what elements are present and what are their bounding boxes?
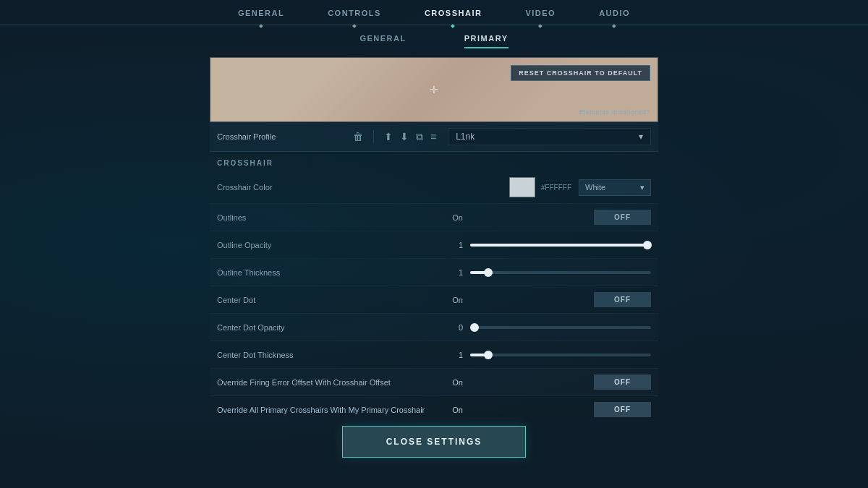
override-all-primary-off-button[interactable]: Off (594, 402, 651, 417)
crosshair-preview: ✛ RESET CROSSHAIR TO DEFAULT Elements mi… (210, 57, 658, 122)
override-all-primary-on-label: On (434, 406, 463, 414)
outline-thickness-value: 1 (434, 268, 463, 277)
outline-thickness-thumb (484, 268, 493, 277)
outline-opacity-value: 1 (434, 241, 463, 249)
export-profile-button[interactable]: ⬇ (400, 131, 409, 142)
settings-panel: Crosshair Profile 🗑 ⬆ ⬇ ⧉ ≡ L1nk ▾ CROSS… (210, 122, 658, 417)
outlines-control: Off (470, 210, 651, 225)
center-dot-thickness-value: 1 (434, 351, 463, 359)
outlines-label: Outlines (217, 213, 434, 222)
override-all-primary-toggle: Off (594, 402, 651, 417)
nav-video[interactable]: VIDEO (525, 9, 556, 25)
override-firing-error-off-button[interactable]: Off (594, 374, 651, 390)
delete-profile-button[interactable]: 🗑 (353, 131, 363, 142)
outline-opacity-thumb (643, 241, 652, 249)
setting-outline-opacity: Outline Opacity 1 (210, 231, 658, 259)
main-content: ✛ RESET CROSSHAIR TO DEFAULT Elements mi… (0, 57, 868, 463)
profile-row: Crosshair Profile 🗑 ⬆ ⬇ ⧉ ≡ L1nk ▾ (210, 122, 658, 152)
settings-body[interactable]: Crosshair Color #FFFFFF White ▾ Outlines… (210, 171, 658, 417)
center-dot-thickness-control (470, 354, 651, 356)
center-dot-opacity-value: 0 (434, 323, 463, 332)
crosshair-color-label: Crosshair Color (217, 183, 434, 192)
top-navigation: GENERAL CONTROLS CROSSHAIR VIDEO AUDIO (0, 0, 868, 25)
center-dot-opacity-control (470, 326, 651, 329)
color-dropdown-arrow-icon: ▾ (640, 183, 644, 192)
rename-profile-button[interactable]: ≡ (430, 131, 436, 142)
outlines-on-label: On (434, 213, 463, 222)
color-name-dropdown[interactable]: White ▾ (579, 179, 651, 196)
override-firing-error-toggle: Off (594, 374, 651, 390)
outline-thickness-slider[interactable] (470, 271, 651, 274)
outlines-toggle: Off (594, 210, 651, 225)
setting-center-dot: Center Dot On Off (210, 286, 658, 314)
color-hex-value: #FFFFFF (541, 184, 571, 192)
profile-select[interactable]: L1nk ▾ (448, 128, 651, 145)
setting-center-dot-thickness: Center Dot Thickness 1 (210, 341, 658, 369)
center-dot-thickness-label: Center Dot Thickness (217, 351, 434, 359)
nav-general[interactable]: GENERAL (238, 9, 284, 25)
center-dot-opacity-label: Center Dot Opacity (217, 323, 434, 332)
import-profile-button[interactable]: ⬆ (384, 131, 393, 142)
setting-center-dot-opacity: Center Dot Opacity 0 (210, 314, 658, 341)
color-swatch[interactable] (509, 177, 535, 197)
nav-controls[interactable]: CONTROLS (328, 9, 381, 25)
outline-thickness-control (470, 271, 651, 274)
outline-opacity-slider[interactable] (470, 244, 651, 247)
setting-outlines: Outlines On Off (210, 204, 658, 231)
outline-thickness-label: Outline Thickness (217, 268, 434, 277)
secondary-navigation: GENERAL PRIMARY (0, 25, 868, 57)
center-dot-on-label: On (434, 296, 463, 304)
outline-opacity-label: Outline Opacity (217, 241, 434, 249)
crosshair-color-control: #FFFFFF White ▾ (434, 177, 651, 197)
outline-opacity-control (470, 244, 651, 247)
center-dot-opacity-thumb (470, 323, 479, 332)
tab-general[interactable]: GENERAL (359, 34, 406, 48)
center-dot-thickness-slider[interactable] (470, 354, 651, 356)
center-dot-off-button[interactable]: Off (594, 292, 651, 307)
center-dot-label: Center Dot (217, 296, 434, 304)
nav-audio[interactable]: AUDIO (599, 9, 630, 25)
profile-icons: 🗑 ⬆ ⬇ ⧉ ≡ (353, 130, 436, 143)
crosshair-symbol: ✛ (430, 84, 438, 95)
override-firing-error-label: Override Firing Error Offset With Crossh… (217, 378, 434, 387)
center-dot-opacity-slider[interactable] (470, 326, 651, 329)
close-settings-button[interactable]: CLOSE SETTINGS (342, 426, 527, 458)
copy-profile-button[interactable]: ⧉ (416, 131, 423, 143)
center-dot-control: Off (470, 292, 651, 307)
tab-primary[interactable]: PRIMARY (464, 34, 509, 48)
override-firing-error-control: Off (470, 374, 651, 390)
color-name-value: White (585, 183, 605, 192)
center-dot-thickness-thumb (484, 351, 493, 359)
outline-opacity-fill (470, 244, 647, 247)
elements-misaligned-label: Elements misaligned? (579, 108, 650, 116)
override-all-primary-label: Override All Primary Crosshairs With My … (217, 406, 434, 414)
setting-override-firing-error: Override Firing Error Offset With Crossh… (210, 369, 658, 396)
center-dot-toggle: Off (594, 292, 651, 307)
profile-label: Crosshair Profile (217, 132, 347, 141)
close-button-container: CLOSE SETTINGS (342, 417, 527, 463)
setting-outline-thickness: Outline Thickness 1 (210, 259, 658, 286)
dropdown-arrow-icon: ▾ (639, 132, 643, 142)
profile-value: L1nk (456, 132, 475, 142)
override-all-primary-control: Off (470, 402, 651, 417)
crosshair-section-header: CROSSHAIR (210, 152, 658, 171)
divider (373, 130, 374, 143)
setting-override-all-primary: Override All Primary Crosshairs With My … (210, 396, 658, 417)
reset-crosshair-button[interactable]: RESET CROSSHAIR TO DEFAULT (511, 65, 650, 81)
outlines-off-button[interactable]: Off (594, 210, 651, 225)
nav-crosshair[interactable]: CROSSHAIR (425, 9, 482, 25)
override-firing-error-on-label: On (434, 378, 463, 387)
setting-crosshair-color: Crosshair Color #FFFFFF White ▾ (210, 171, 658, 204)
